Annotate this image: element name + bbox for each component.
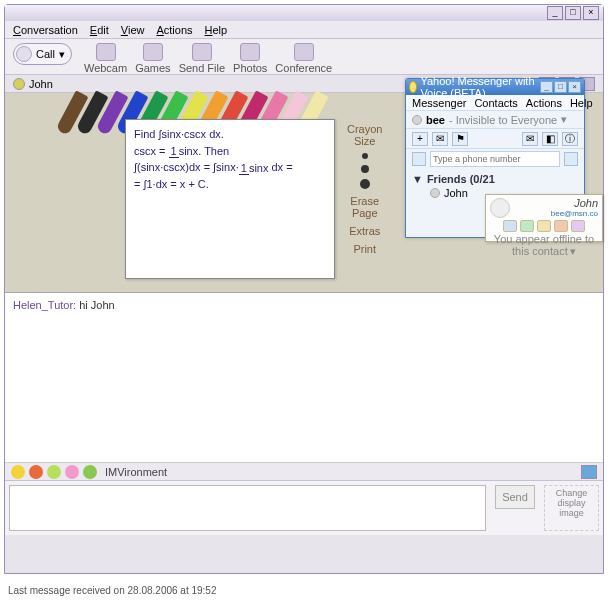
menu-bar: Conversation Edit View Actions Help (5, 21, 603, 39)
webcam-button[interactable]: Webcam (84, 43, 127, 74)
conference-button[interactable]: Conference (275, 43, 332, 74)
crayon-row (65, 91, 335, 115)
avatar (490, 198, 510, 218)
phone-input[interactable] (430, 151, 560, 167)
erase-tool[interactable]: ErasePage (350, 195, 379, 219)
size-small[interactable] (362, 153, 368, 159)
popup-sms-icon[interactable] (537, 220, 551, 232)
yahoo-icon (409, 81, 417, 93)
call-button[interactable]: Call▾ (13, 43, 72, 65)
wink-icon[interactable] (29, 465, 43, 479)
menu-actions[interactable]: Actions (156, 24, 192, 36)
phone-icon (16, 46, 32, 62)
emoticon-bar: IMVironment (5, 463, 603, 481)
ym-menubar: Messenger Contacts Actions Help (406, 95, 584, 111)
ym-maximize[interactable]: □ (554, 81, 567, 93)
popup-more-icon[interactable] (571, 220, 585, 232)
ym-minimize[interactable]: _ (540, 81, 553, 93)
chat-log: Helen_Tutor: hi John (5, 293, 603, 463)
message-input[interactable] (9, 485, 486, 531)
ym-titlebar: Yahoo! Messenger with Voice (BETA) _ □ × (406, 79, 584, 95)
extras-tool[interactable]: Extras (349, 225, 380, 237)
recipient-name: John (29, 78, 53, 90)
webcam-icon (96, 43, 116, 61)
conference-icon (294, 43, 314, 61)
close-button[interactable]: × (583, 6, 599, 20)
photos-icon (240, 43, 260, 61)
ym-menu-actions[interactable]: Actions (526, 97, 562, 109)
popup-im-icon[interactable] (503, 220, 517, 232)
dial-icon[interactable] (412, 152, 426, 166)
crayon-tool[interactable]: CrayonSize (347, 123, 382, 147)
send-button[interactable]: Send (495, 485, 535, 509)
info-button[interactable]: ⓘ (562, 132, 578, 146)
sms-button[interactable]: ✉ (432, 132, 448, 146)
chat-message: Helen_Tutor: hi John (13, 299, 595, 311)
popup-call-icon[interactable] (520, 220, 534, 232)
calendar-button[interactable]: ◧ (542, 132, 558, 146)
change-display-image[interactable]: Change display image (544, 485, 599, 531)
games-button[interactable]: Games (135, 43, 170, 74)
toolbar: Call▾ Webcam Games Send File Photos Conf… (5, 39, 603, 75)
ym-title: Yahoo! Messenger with Voice (BETA) (420, 75, 537, 99)
audibles-icon[interactable] (65, 465, 79, 479)
games-icon (143, 43, 163, 61)
add-contact-button[interactable]: + (412, 132, 428, 146)
font-icon[interactable] (83, 465, 97, 479)
smiley-icon[interactable] (11, 465, 25, 479)
popup-mail-icon[interactable] (554, 220, 568, 232)
imvironment-button[interactable]: IMVironment (105, 466, 167, 478)
ym-menu-contacts[interactable]: Contacts (474, 97, 517, 109)
ym-status-row[interactable]: bee- Invisible to Everyone▾ (406, 111, 584, 129)
file-icon (192, 43, 212, 61)
mail-button[interactable]: ✉ (522, 132, 538, 146)
sendfile-button[interactable]: Send File (179, 43, 225, 74)
status-icon (13, 78, 25, 90)
presence-icon (412, 115, 422, 125)
ym-close[interactable]: × (568, 81, 581, 93)
call-phone-icon[interactable] (564, 152, 578, 166)
menu-view[interactable]: View (121, 24, 145, 36)
contact-status-icon (430, 188, 440, 198)
contact-popup: John bee@msn.co You appear offline to th… (485, 194, 603, 242)
minimize-button[interactable]: _ (547, 6, 563, 20)
alert-button[interactable]: ⚑ (452, 132, 468, 146)
size-med[interactable] (361, 165, 369, 173)
ym-menu-help[interactable]: Help (570, 97, 593, 109)
status-bar: Last message received on 28.08.2006 at 1… (4, 584, 604, 600)
print-tool[interactable]: Print (353, 243, 376, 255)
addcontact-icon[interactable] (581, 465, 597, 479)
ym-menu-messenger[interactable]: Messenger (412, 97, 466, 109)
whiteboard-tools: CrayonSize ErasePage Extras Print (347, 123, 382, 286)
size-large[interactable] (360, 179, 370, 189)
friends-group[interactable]: ▼Friends (0/21 (412, 173, 578, 185)
maximize-button[interactable]: □ (565, 6, 581, 20)
menu-edit[interactable]: Edit (90, 24, 109, 36)
menu-help[interactable]: Help (205, 24, 228, 36)
ym-action-row: + ✉ ⚑ ✉ ◧ ⓘ (406, 129, 584, 149)
menu-conversation[interactable]: Conversation (13, 24, 78, 36)
phone-row (406, 149, 584, 169)
popup-footer[interactable]: You appear offline to this contact ▾ (490, 233, 598, 258)
buzz-icon[interactable] (47, 465, 61, 479)
whiteboard-canvas[interactable]: Find ∫sinx·cscx dx. cscx = 1sinx. Then ∫… (125, 119, 335, 279)
input-row: Send Change display image (5, 481, 603, 535)
photos-button[interactable]: Photos (233, 43, 267, 74)
titlebar: _ □ × (5, 5, 603, 21)
